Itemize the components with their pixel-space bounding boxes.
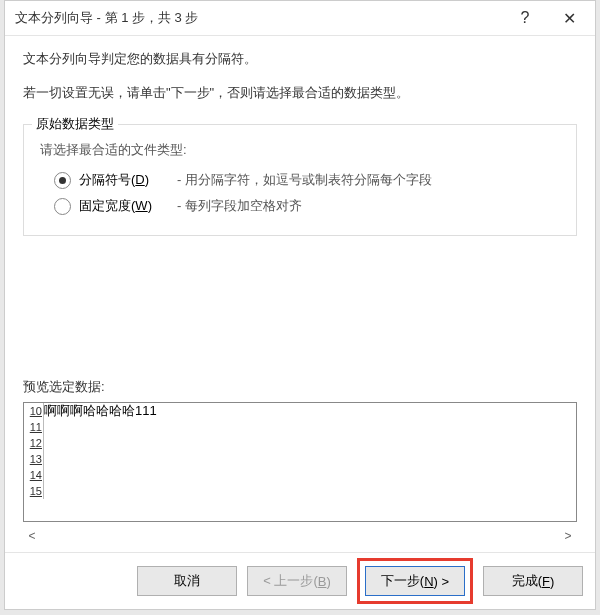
row-number: 11 [24,419,44,435]
scroll-left-icon[interactable]: < [23,529,41,543]
intro-line-2: 若一切设置无误，请单击"下一步"，否则请选择最合适的数据类型。 [23,84,577,102]
row-number: 12 [24,435,44,451]
radio-fixedwidth-label: 固定宽度(W) [79,197,171,215]
radio-fixedwidth[interactable] [54,198,71,215]
close-button[interactable]: ✕ [547,3,591,33]
preview-box[interactable]: 10 啊啊啊哈哈哈哈111 11 12 13 14 [23,402,577,522]
radio-delimited-desc: - 用分隔字符，如逗号或制表符分隔每个字段 [177,171,432,189]
option-fixedwidth-row[interactable]: 固定宽度(W) - 每列字段加空格对齐 [54,197,564,215]
preview-row: 11 [24,419,576,435]
screenshot-root: 文本分列向导 - 第 1 步，共 3 步 ? ✕ 文本分列向导判定您的数据具有分… [0,0,600,615]
preview-label: 预览选定数据: [23,378,577,396]
row-text [44,419,576,435]
dialog-title: 文本分列向导 - 第 1 步，共 3 步 [15,9,503,27]
radio-delimited[interactable] [54,172,71,189]
row-text [44,435,576,451]
row-number: 13 [24,451,44,467]
help-button[interactable]: ? [503,3,547,33]
row-number: 10 [24,403,44,419]
preview-row: 15 [24,483,576,499]
scroll-right-icon[interactable]: > [559,529,577,543]
radio-delimited-label: 分隔符号(D) [79,171,171,189]
row-text [44,483,576,499]
next-button-highlight: 下一步(N) > [357,558,473,604]
finish-button[interactable]: 完成(F) [483,566,583,596]
preview-row: 13 [24,451,576,467]
horizontal-scrollbar[interactable]: < > [23,526,577,546]
group-hint: 请选择最合适的文件类型: [40,141,564,159]
help-icon: ? [521,9,530,27]
titlebar: 文本分列向导 - 第 1 步，共 3 步 ? ✕ [5,1,595,36]
dialog-footer: 取消 < 上一步(B) 下一步(N) > 完成(F) [5,552,595,609]
radio-fixedwidth-desc: - 每列字段加空格对齐 [177,197,302,215]
row-text [44,467,576,483]
back-button: < 上一步(B) [247,566,347,596]
original-data-type-group: 原始数据类型 请选择最合适的文件类型: 分隔符号(D) - 用分隔字符，如逗号或… [23,124,577,236]
spacer [23,236,577,368]
row-number: 15 [24,483,44,499]
preview-row: 14 [24,467,576,483]
wizard-dialog: 文本分列向导 - 第 1 步，共 3 步 ? ✕ 文本分列向导判定您的数据具有分… [4,0,596,610]
dialog-body: 文本分列向导判定您的数据具有分隔符。 若一切设置无误，请单击"下一步"，否则请选… [5,36,595,552]
option-delimited-row[interactable]: 分隔符号(D) - 用分隔字符，如逗号或制表符分隔每个字段 [54,171,564,189]
preview-row: 10 啊啊啊哈哈哈哈111 [24,403,576,419]
row-number: 14 [24,467,44,483]
cancel-button[interactable]: 取消 [137,566,237,596]
row-text: 啊啊啊哈哈哈哈111 [44,403,576,419]
row-text [44,451,576,467]
close-icon: ✕ [563,9,576,28]
next-button[interactable]: 下一步(N) > [365,566,465,596]
intro-line-1: 文本分列向导判定您的数据具有分隔符。 [23,50,577,68]
preview-row: 12 [24,435,576,451]
group-legend: 原始数据类型 [32,115,118,133]
